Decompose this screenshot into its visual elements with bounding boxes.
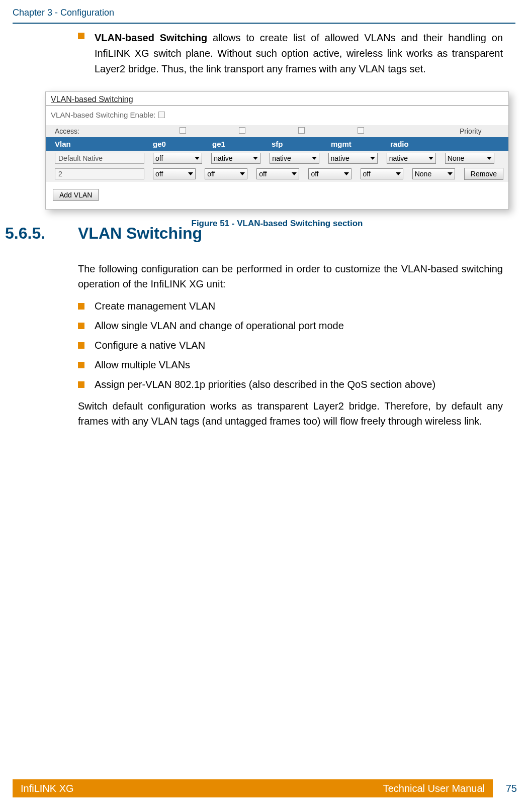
list-text: Assign per-VLAN 802.1p priorities (also … bbox=[95, 379, 435, 390]
hdr-mgmt: mgmt bbox=[331, 140, 390, 148]
hdr-radio: radio bbox=[390, 140, 450, 148]
footer-bar: InfiLINK XG Technical User Manual bbox=[13, 779, 493, 797]
chevron-down-icon bbox=[195, 157, 200, 160]
chevron-down-icon bbox=[240, 172, 245, 175]
radio-select[interactable]: native bbox=[387, 153, 436, 164]
access-label: Access: bbox=[55, 127, 153, 135]
footer-right: Technical User Manual bbox=[383, 783, 485, 794]
header-rule bbox=[13, 23, 515, 24]
chevron-down-icon bbox=[370, 157, 375, 160]
list-item: Configure a native VLAN bbox=[78, 340, 503, 351]
hdr-vlan: Vlan bbox=[55, 140, 153, 148]
square-bullet-icon bbox=[78, 33, 84, 39]
section-number: 5.6.5. bbox=[5, 224, 78, 243]
square-bullet-icon bbox=[78, 362, 84, 368]
chevron-down-icon bbox=[312, 157, 317, 160]
list-item: Allow multiple VLANs bbox=[78, 359, 503, 371]
access-checkbox-sfp[interactable] bbox=[298, 127, 305, 134]
sfp-select[interactable]: native bbox=[270, 153, 319, 164]
vlan-switching-panel: VLAN-based Switching VLAN-based Switchin… bbox=[45, 91, 509, 210]
intro-paragraph: VLAN-based Switching allows to create li… bbox=[95, 30, 503, 77]
chevron-down-icon bbox=[448, 172, 453, 175]
priority-select[interactable]: None bbox=[412, 168, 455, 179]
table-row: off native native native native None bbox=[46, 151, 508, 166]
ge1-select[interactable]: off bbox=[205, 168, 247, 179]
intro-bullet-row: VLAN-based Switching allows to create li… bbox=[78, 30, 503, 77]
chevron-down-icon bbox=[344, 172, 349, 175]
chevron-down-icon bbox=[396, 172, 401, 175]
priority-select[interactable]: None bbox=[445, 153, 494, 164]
enable-row: VLAN-based Switching Enable: bbox=[46, 106, 508, 125]
footer-left: InfiLINK XG bbox=[21, 783, 74, 794]
enable-checkbox[interactable] bbox=[158, 112, 165, 118]
chevron-down-icon bbox=[253, 157, 258, 160]
ge1-select[interactable]: native bbox=[211, 153, 260, 164]
table-row: off off off off off None Remove bbox=[46, 166, 508, 182]
list-text: Allow multiple VLANs bbox=[95, 359, 190, 371]
ge0-select[interactable]: off bbox=[153, 168, 196, 179]
body-paragraph: The following configuration can be perfo… bbox=[78, 261, 503, 291]
chevron-down-icon bbox=[428, 157, 433, 160]
list-text: Create management VLAN bbox=[95, 300, 215, 312]
square-bullet-icon bbox=[78, 303, 84, 310]
vlan-name-input[interactable] bbox=[55, 168, 144, 179]
section-heading: 5.6.5. VLAN Switching bbox=[5, 224, 503, 243]
panel-title: VLAN-based Switching bbox=[46, 92, 508, 106]
list-item: Allow single VLAN and change of operatio… bbox=[78, 320, 503, 332]
chevron-down-icon bbox=[292, 172, 297, 175]
page-number: 75 bbox=[506, 783, 517, 794]
priority-label: Priority bbox=[450, 127, 503, 135]
chapter-header: Chapter 3 - Configuration bbox=[13, 8, 114, 18]
mgmt-select[interactable]: off bbox=[308, 168, 351, 179]
hdr-sfp: sfp bbox=[272, 140, 331, 148]
square-bullet-icon bbox=[78, 323, 84, 329]
radio-select[interactable]: off bbox=[361, 168, 403, 179]
square-bullet-icon bbox=[78, 342, 84, 349]
sfp-select[interactable]: off bbox=[256, 168, 299, 179]
access-checkbox-ge1[interactable] bbox=[239, 127, 245, 134]
hdr-ge0: ge0 bbox=[153, 140, 212, 148]
intro-bold: VLAN-based Switching bbox=[95, 32, 207, 43]
chevron-down-icon bbox=[487, 157, 492, 160]
chevron-down-icon bbox=[188, 172, 193, 175]
access-checkbox-mgmt[interactable] bbox=[358, 127, 364, 134]
list-item: Assign per-VLAN 802.1p priorities (also … bbox=[78, 379, 503, 390]
remove-button[interactable]: Remove bbox=[464, 168, 503, 180]
enable-label: VLAN-based Switching Enable: bbox=[51, 111, 155, 119]
access-checkbox-ge0[interactable] bbox=[180, 127, 186, 134]
mgmt-select[interactable]: native bbox=[328, 153, 378, 164]
square-bullet-icon bbox=[78, 381, 84, 388]
vlan-name-input[interactable] bbox=[55, 153, 144, 164]
list-text: Configure a native VLAN bbox=[95, 340, 205, 351]
body-paragraph: Switch default configuration works as tr… bbox=[78, 398, 503, 429]
add-vlan-button[interactable]: Add VLAN bbox=[53, 189, 99, 201]
list-item: Create management VLAN bbox=[78, 300, 503, 312]
list-text: Allow single VLAN and change of operatio… bbox=[95, 320, 344, 332]
ge0-select[interactable]: off bbox=[153, 153, 202, 164]
hdr-ge1: ge1 bbox=[212, 140, 272, 148]
table-header-row: Vlan ge0 ge1 sfp mgmt radio bbox=[46, 137, 508, 151]
section-title: VLAN Switching bbox=[78, 224, 202, 243]
access-row: Access: Priority bbox=[46, 125, 508, 137]
